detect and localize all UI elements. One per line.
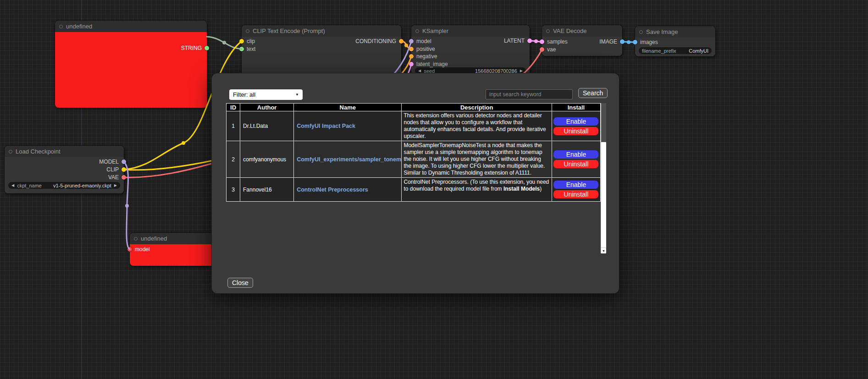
- node-body: STRING: [55, 32, 207, 108]
- extension-name-cell: ComfyUI Impact Pack: [294, 111, 402, 141]
- output-port-model[interactable]: MODEL: [99, 158, 126, 165]
- node-collapse-dot[interactable]: [9, 150, 12, 154]
- node-title-bar[interactable]: KSampler: [411, 25, 530, 37]
- scroll-down-button[interactable]: ▼: [601, 247, 606, 253]
- image-port-dot: [620, 39, 625, 44]
- node-vae-decode[interactable]: VAE Decode samples vae IMAGE: [542, 25, 622, 56]
- node-title-bar[interactable]: Load Checkpoint: [5, 146, 124, 157]
- extension-id: 3: [227, 178, 240, 202]
- node-body: model: [130, 244, 221, 266]
- clip-out-port-dot: [122, 167, 126, 172]
- node-load-checkpoint[interactable]: Load Checkpoint MODEL CLIP VAE ◀ ckpt_na…: [5, 146, 124, 193]
- ckpt-prev-icon[interactable]: ◀: [11, 184, 14, 187]
- enable-button[interactable]: Enable: [553, 181, 598, 189]
- output-port-latent[interactable]: LATENT: [504, 37, 532, 44]
- extension-id: 2: [227, 141, 240, 178]
- model-port-dot: [127, 247, 132, 252]
- node-body: samples vae IMAGE: [542, 37, 622, 56]
- node-title-bar[interactable]: undefined: [55, 21, 207, 32]
- uninstall-button[interactable]: Uninstall: [553, 127, 598, 135]
- output-port-string[interactable]: STRING: [181, 44, 209, 52]
- enable-button[interactable]: Enable: [553, 150, 598, 159]
- node-title-text: KSampler: [422, 27, 448, 34]
- node-title-bar[interactable]: VAE Decode: [542, 25, 622, 37]
- seed-increment-icon[interactable]: ▶: [520, 69, 523, 73]
- ckpt-name-widget[interactable]: ◀ ckpt_name v1-5-pruned-emaonly.ckpt ▶: [8, 182, 120, 189]
- header-description: Description: [402, 104, 552, 111]
- samples-port-dot: [540, 39, 544, 44]
- header-install: Install: [552, 104, 600, 111]
- extension-table: ID Author Name Description Install 1Dr.L…: [226, 103, 601, 202]
- filename-prefix-widget[interactable]: filename_prefix ComfyUI: [639, 47, 712, 54]
- uninstall-button[interactable]: Uninstall: [553, 160, 598, 168]
- extension-link[interactable]: ControlNet Preprocessors: [297, 187, 368, 193]
- clip-port-dot: [239, 39, 244, 44]
- install-cell: EnableUninstall: [552, 141, 600, 178]
- node-undefined-bottom[interactable]: undefined model: [130, 233, 221, 266]
- enable-button[interactable]: Enable: [553, 117, 598, 126]
- output-port-image[interactable]: IMAGE: [599, 38, 625, 45]
- node-body: MODEL CLIP VAE ◀ ckpt_name v1-5-pruned-e…: [5, 157, 124, 193]
- ckpt-next-icon[interactable]: ▶: [114, 184, 117, 187]
- model-out-port-dot: [122, 159, 126, 164]
- node-collapse-dot[interactable]: [134, 237, 138, 241]
- node-collapse-dot[interactable]: [639, 30, 643, 34]
- node-title-text: Load Checkpoint: [16, 148, 61, 155]
- header-name: Name: [294, 104, 402, 111]
- node-title-bar[interactable]: undefined: [130, 233, 221, 244]
- scrollbar-thumb[interactable]: [601, 103, 606, 142]
- filter-value: Filter: all: [233, 91, 255, 98]
- extension-author: Fannovel16: [240, 178, 294, 202]
- input-port-images[interactable]: images: [633, 38, 658, 46]
- latent-out-port-dot: [527, 38, 532, 43]
- input-port-negative[interactable]: negative: [409, 53, 437, 60]
- output-port-vae[interactable]: VAE: [108, 174, 126, 181]
- input-port-samples[interactable]: samples: [540, 38, 568, 45]
- vae-port-dot: [540, 47, 544, 52]
- node-collapse-dot[interactable]: [546, 29, 550, 33]
- node-title-text: CLIP Text Encode (Prompt): [253, 27, 325, 34]
- input-port-model[interactable]: model: [127, 246, 150, 253]
- extension-link[interactable]: ComfyUI Impact Pack: [297, 123, 355, 129]
- input-port-vae[interactable]: vae: [540, 46, 556, 53]
- node-ksampler[interactable]: KSampler model positive negative latent_…: [411, 25, 530, 80]
- seed-decrement-icon[interactable]: ◀: [418, 69, 421, 73]
- output-port-clip[interactable]: CLIP: [106, 166, 126, 173]
- node-collapse-dot[interactable]: [59, 25, 63, 28]
- filter-dropdown[interactable]: Filter: all ▼: [229, 89, 303, 100]
- node-body: images filename_prefix ComfyUI: [635, 38, 715, 56]
- node-title-text: VAE Decode: [553, 27, 586, 34]
- input-port-positive[interactable]: positive: [409, 45, 435, 53]
- node-save-image[interactable]: Save Image images filename_prefix ComfyU…: [635, 26, 715, 56]
- extension-description: ModelSamplerTonemapNoiseTest a node that…: [402, 141, 552, 178]
- scroll-down-icon: ▼: [602, 249, 605, 253]
- conditioning-port-dot: [399, 39, 404, 44]
- extension-id: 1: [227, 111, 240, 141]
- table-scrollbar[interactable]: ▼: [601, 103, 606, 253]
- search-button[interactable]: Search: [578, 88, 608, 98]
- input-port-clip[interactable]: clip: [239, 38, 255, 45]
- node-title-bar[interactable]: Save Image: [635, 26, 715, 38]
- close-button[interactable]: Close: [227, 278, 253, 288]
- images-port-dot: [633, 40, 637, 44]
- input-port-text[interactable]: text: [239, 45, 255, 53]
- node-collapse-dot[interactable]: [415, 29, 419, 33]
- node-title-bar[interactable]: CLIP Text Encode (Prompt): [242, 25, 401, 37]
- node-collapse-dot[interactable]: [246, 29, 249, 33]
- output-port-conditioning[interactable]: CONDITIONING: [355, 38, 404, 45]
- search-input[interactable]: [486, 89, 573, 99]
- extension-table-body: 1Dr.Lt.DataComfyUI Impact PackThis exten…: [227, 111, 601, 202]
- extension-description: This extension offers various detector n…: [402, 111, 552, 141]
- string-port-dot: [205, 46, 209, 50]
- input-port-latent-image[interactable]: latent_image: [409, 60, 448, 68]
- extension-description: ControlNet Preprocessors. (To use this e…: [402, 178, 552, 202]
- input-port-model[interactable]: model: [409, 38, 431, 45]
- extension-table-container: ID Author Name Description Install 1Dr.L…: [226, 103, 606, 253]
- node-title-text: undefined: [66, 23, 92, 30]
- extension-name-cell: ComfyUI_experiments/sampler_tonemap: [294, 141, 402, 178]
- extension-link[interactable]: ComfyUI_experiments/sampler_tonemap: [297, 156, 402, 163]
- uninstall-button[interactable]: Uninstall: [553, 190, 598, 198]
- extension-author: comfyanonymous: [240, 141, 294, 178]
- node-undefined-top[interactable]: undefined STRING: [55, 21, 207, 108]
- extension-author: Dr.Lt.Data: [240, 111, 294, 141]
